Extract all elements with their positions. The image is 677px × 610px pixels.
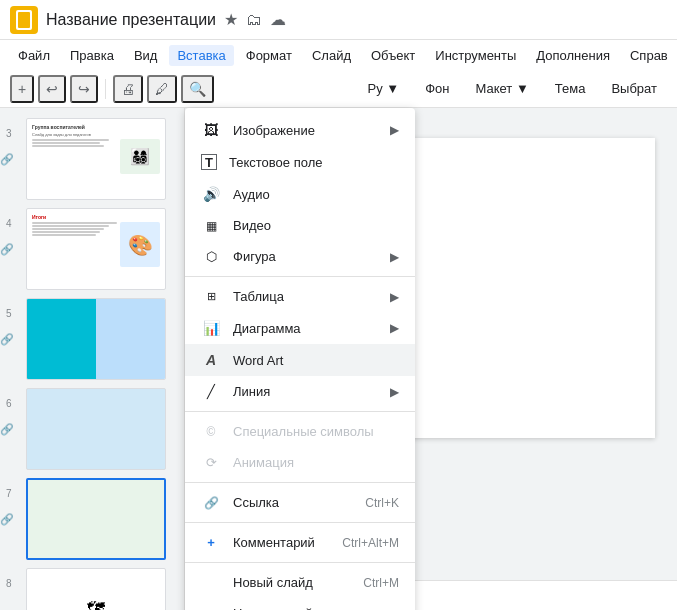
divider-5 xyxy=(185,562,415,563)
audio-icon: 🔊 xyxy=(201,186,221,202)
document-title[interactable]: Название презентации xyxy=(46,11,216,29)
comment-shortcut: Ctrl+Alt+M xyxy=(342,536,399,550)
menu-addons[interactable]: Дополнения xyxy=(528,45,618,66)
toolbar-present-btn[interactable]: Выбрат xyxy=(601,77,667,100)
link-menu-icon: 🔗 xyxy=(201,496,221,510)
menu-option-comment[interactable]: + Комментарий Ctrl+Alt+M xyxy=(185,527,415,558)
toolbar-py-btn[interactable]: Py ▼ xyxy=(358,77,410,100)
menu-tools[interactable]: Инструменты xyxy=(427,45,524,66)
menu-object[interactable]: Объект xyxy=(363,45,423,66)
toolbar-theme-btn[interactable]: Тема xyxy=(545,77,596,100)
menu-view[interactable]: Вид xyxy=(126,45,166,66)
menu-option-audio[interactable]: 🔊 Аудио xyxy=(185,178,415,210)
wordart-icon: A xyxy=(201,352,221,368)
menu-option-line-label: Линия xyxy=(233,384,390,399)
menu-option-textbox[interactable]: T Текстовое поле xyxy=(185,146,415,178)
line-icon: ╱ xyxy=(201,384,221,399)
toolbar: + ↩ ↪ 🖨 🖊 🔍 Py ▼ Фон Макет ▼ Тема Выбрат xyxy=(0,70,677,108)
menu-option-shape-label: Фигура xyxy=(233,249,390,264)
link-shortcut: Ctrl+K xyxy=(365,496,399,510)
toolbar-add-btn[interactable]: + xyxy=(10,75,34,103)
menu-option-image-label: Изображение xyxy=(233,123,390,138)
video-icon: ▦ xyxy=(201,219,221,233)
menu-edit[interactable]: Правка xyxy=(62,45,122,66)
menu-file[interactable]: Файл xyxy=(10,45,58,66)
animation-icon: ⟳ xyxy=(201,455,221,470)
special-icon: © xyxy=(201,425,221,439)
menu-option-video[interactable]: ▦ Видео xyxy=(185,210,415,241)
toolbar-separator-1 xyxy=(105,79,106,99)
menu-format[interactable]: Формат xyxy=(238,45,300,66)
menu-option-newslide-label: Новый слайд xyxy=(233,575,363,590)
menu-option-line[interactable]: ╱ Линия ▶ xyxy=(185,376,415,407)
menu-option-animation-label: Анимация xyxy=(233,455,399,470)
menu-option-shape[interactable]: ⬡ Фигура ▶ xyxy=(185,241,415,272)
newslide-shortcut: Ctrl+M xyxy=(363,576,399,590)
toolbar-right: Py ▼ Фон Макет ▼ Тема Выбрат xyxy=(358,77,667,100)
menu-option-animation: ⟳ Анимация xyxy=(185,447,415,478)
menu-option-special: © Специальные символы xyxy=(185,416,415,447)
menu-option-slidenumbers[interactable]: Номера слайдов xyxy=(185,598,415,610)
divider-2 xyxy=(185,411,415,412)
divider-3 xyxy=(185,482,415,483)
chart-icon: 📊 xyxy=(201,320,221,336)
chart-arrow-icon: ▶ xyxy=(390,321,399,335)
table-icon: ⊞ xyxy=(201,290,221,303)
divider-1 xyxy=(185,276,415,277)
menu-option-chart-label: Диаграмма xyxy=(233,321,390,336)
main-area: 3 🔗 Группа воспитателей Слайд для задач … xyxy=(0,108,677,610)
menu-option-video-label: Видео xyxy=(233,218,399,233)
image-icon: 🖼 xyxy=(201,122,221,138)
line-arrow-icon: ▶ xyxy=(390,385,399,399)
toolbar-redo-btn[interactable]: ↪ xyxy=(70,75,98,103)
menu-option-wordart[interactable]: A Word Art xyxy=(185,344,415,376)
textbox-icon: T xyxy=(201,154,217,170)
menu-insert[interactable]: Вставка xyxy=(169,45,233,66)
shape-arrow-icon: ▶ xyxy=(390,250,399,264)
title-icons: ★ 🗂 ☁ xyxy=(224,10,286,29)
toolbar-background-btn[interactable]: Фон xyxy=(415,77,459,100)
toolbar-paint-btn[interactable]: 🖊 xyxy=(147,75,177,103)
cloud-icon[interactable]: ☁ xyxy=(270,10,286,29)
title-bar: Название презентации ★ 🗂 ☁ xyxy=(0,0,677,40)
menu-option-textbox-label: Текстовое поле xyxy=(229,155,399,170)
insert-dropdown-menu: 🖼 Изображение ▶ T Текстовое поле 🔊 Аудио… xyxy=(185,108,415,610)
divider-4 xyxy=(185,522,415,523)
image-arrow-icon: ▶ xyxy=(390,123,399,137)
toolbar-print-btn[interactable]: 🖨 xyxy=(113,75,143,103)
star-icon[interactable]: ★ xyxy=(224,10,238,29)
table-arrow-icon: ▶ xyxy=(390,290,399,304)
app-icon xyxy=(10,6,38,34)
toolbar-zoom-btn[interactable]: 🔍 xyxy=(181,75,214,103)
menu-option-newslide[interactable]: Новый слайд Ctrl+M xyxy=(185,567,415,598)
menu-option-table-label: Таблица xyxy=(233,289,390,304)
shape-icon: ⬡ xyxy=(201,249,221,264)
menu-slide[interactable]: Слайд xyxy=(304,45,359,66)
menu-help[interactable]: Справ xyxy=(622,45,676,66)
menu-option-special-label: Специальные символы xyxy=(233,424,399,439)
menu-option-wordart-label: Word Art xyxy=(233,353,399,368)
menu-option-audio-label: Аудио xyxy=(233,187,399,202)
menu-option-chart[interactable]: 📊 Диаграмма ▶ xyxy=(185,312,415,344)
menu-option-link[interactable]: 🔗 Ссылка Ctrl+K xyxy=(185,487,415,518)
toolbar-undo-btn[interactable]: ↩ xyxy=(38,75,66,103)
menu-option-comment-label: Комментарий xyxy=(233,535,342,550)
comment-icon: + xyxy=(201,535,221,550)
drive-icon[interactable]: 🗂 xyxy=(246,11,262,29)
menu-option-table[interactable]: ⊞ Таблица ▶ xyxy=(185,281,415,312)
toolbar-layout-btn[interactable]: Макет ▼ xyxy=(466,77,539,100)
menu-option-link-label: Ссылка xyxy=(233,495,365,510)
dropdown-overlay[interactable]: 🖼 Изображение ▶ T Текстовое поле 🔊 Аудио… xyxy=(0,108,677,610)
menu-option-image[interactable]: 🖼 Изображение ▶ xyxy=(185,114,415,146)
menu-bar: Файл Правка Вид Вставка Формат Слайд Объ… xyxy=(0,40,677,70)
menu-option-slidenumbers-label: Номера слайдов xyxy=(233,606,399,610)
